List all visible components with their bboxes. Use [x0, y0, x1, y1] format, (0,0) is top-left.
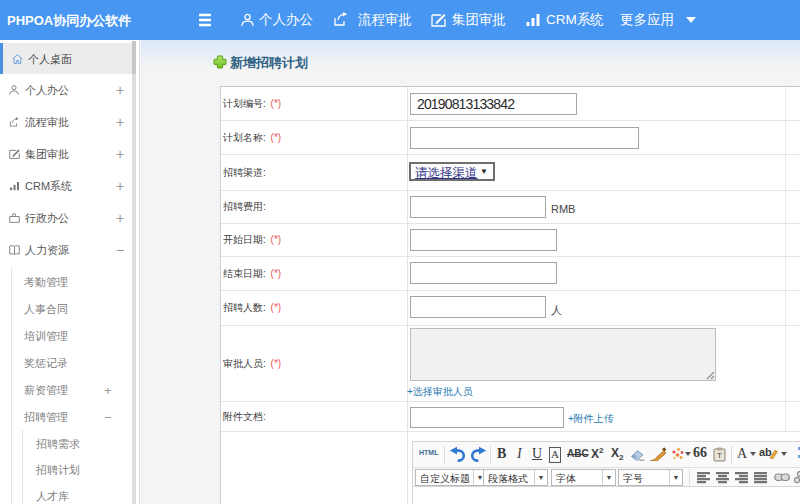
svg-text:T: T: [717, 451, 722, 460]
